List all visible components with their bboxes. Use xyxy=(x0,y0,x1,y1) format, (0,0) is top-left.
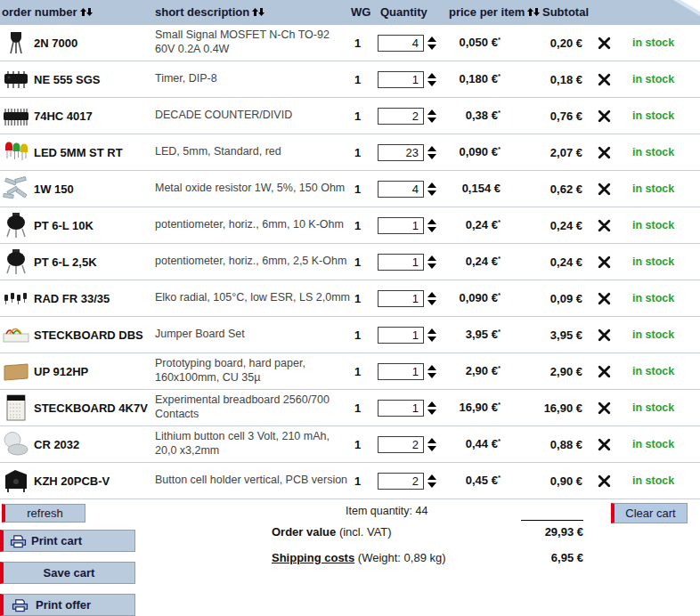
price-per-item: 0,180 €* xyxy=(442,72,501,85)
quantity-decrease-button[interactable] xyxy=(427,118,436,123)
delete-item-button[interactable] xyxy=(598,109,611,123)
quantity-spinner xyxy=(427,401,436,415)
quantity-decrease-button[interactable] xyxy=(427,336,436,342)
delete-item-button[interactable] xyxy=(598,182,611,196)
quantity-spinner xyxy=(427,219,436,232)
quantity-increase-button[interactable] xyxy=(427,36,436,42)
quantity-increase-button[interactable] xyxy=(427,474,436,480)
resistor-thumbnail-icon xyxy=(3,174,34,203)
quantity-increase-button[interactable] xyxy=(427,438,436,443)
order-number: STECKBOARD 4K7V xyxy=(34,401,155,415)
delete-item-button[interactable] xyxy=(598,328,611,342)
product-description: potentiometer, horiz., 6mm, 2,5 K-Ohm xyxy=(155,255,354,269)
quantity-input[interactable] xyxy=(378,217,424,234)
quantity-input[interactable] xyxy=(378,436,424,453)
clear-cart-button[interactable]: Clear cart xyxy=(611,503,688,523)
product-thumbnail xyxy=(0,357,34,385)
delete-cell xyxy=(582,438,625,451)
cart-table-body: 2N 7000 Small Signal MOSFET N-Ch TO-92 6… xyxy=(0,25,700,499)
quantity-input[interactable] xyxy=(378,108,424,125)
wg-value: 1 xyxy=(354,36,378,50)
column-short-description-label: short description xyxy=(155,5,249,19)
sort-order-number-icon[interactable] xyxy=(80,8,93,16)
quantity-increase-button[interactable] xyxy=(427,401,436,407)
sort-short-description-icon[interactable] xyxy=(252,8,265,16)
column-subtotal-label: Subtotal xyxy=(542,5,589,19)
sort-price-icon[interactable] xyxy=(527,8,540,16)
product-description: Timer, DIP-8 xyxy=(155,72,354,86)
delete-item-button[interactable] xyxy=(598,219,611,232)
quantity-increase-button[interactable] xyxy=(427,146,436,151)
pot-thumbnail-icon xyxy=(3,211,34,239)
quantity-cell xyxy=(378,290,442,307)
quantity-input[interactable] xyxy=(378,181,424,198)
delete-item-button[interactable] xyxy=(598,438,611,451)
delete-item-button[interactable] xyxy=(598,474,611,488)
delete-item-button[interactable] xyxy=(598,36,611,50)
quantity-decrease-button[interactable] xyxy=(427,190,436,196)
subtotal-value: 0,20 € xyxy=(501,36,582,50)
quantity-increase-button[interactable] xyxy=(427,292,436,297)
quantity-decrease-button[interactable] xyxy=(427,263,436,269)
quantity-cell xyxy=(378,71,442,88)
wg-value: 1 xyxy=(354,401,378,415)
order-number: 74HC 4017 xyxy=(34,109,155,123)
print-offer-button[interactable]: Print offer xyxy=(0,594,135,616)
quantity-input[interactable] xyxy=(378,327,424,344)
column-price-per-item-label: price per item xyxy=(449,5,525,19)
quantity-input[interactable] xyxy=(378,290,424,307)
quantity-decrease-button[interactable] xyxy=(427,227,436,232)
print-offer-button-label: Print offer xyxy=(36,598,91,612)
quantity-increase-button[interactable] xyxy=(427,365,436,370)
delete-item-button[interactable] xyxy=(598,146,611,159)
quantity-decrease-button[interactable] xyxy=(427,154,436,159)
quantity-input[interactable] xyxy=(378,363,424,380)
quantity-increase-button[interactable] xyxy=(427,73,436,78)
quantity-decrease-button[interactable] xyxy=(427,373,436,378)
delete-cell xyxy=(582,219,625,232)
price-per-item: 2,90 €* xyxy=(442,364,501,377)
quantity-decrease-button[interactable] xyxy=(427,446,436,451)
delete-item-button[interactable] xyxy=(598,401,611,415)
printer-icon xyxy=(12,598,28,612)
delete-item-button[interactable] xyxy=(598,365,611,378)
shipping-costs-link[interactable]: Shipping costs xyxy=(272,551,354,564)
quantity-cell xyxy=(378,144,442,161)
refresh-button[interactable]: refresh xyxy=(2,504,85,523)
cart-item-row: 2N 7000 Small Signal MOSFET N-Ch TO-92 6… xyxy=(0,25,700,61)
product-thumbnail xyxy=(0,28,34,57)
save-cart-button[interactable]: Save cart xyxy=(0,562,135,584)
quantity-decrease-button[interactable] xyxy=(427,409,436,415)
quantity-decrease-button[interactable] xyxy=(427,45,436,50)
quantity-input[interactable] xyxy=(378,473,424,490)
price-per-item: 0,154 € xyxy=(442,182,501,195)
quantity-decrease-button[interactable] xyxy=(427,300,436,305)
stock-status: in stock xyxy=(625,328,700,341)
quantity-increase-button[interactable] xyxy=(427,328,436,334)
quantity-input[interactable] xyxy=(378,400,424,417)
quantity-input[interactable] xyxy=(378,254,424,271)
quantity-increase-button[interactable] xyxy=(427,255,436,261)
delete-item-button[interactable] xyxy=(598,73,611,86)
cart-item-row: LED 5MM ST RT LED, 5mm, Standard, red 1 … xyxy=(0,134,700,171)
quantity-spinner xyxy=(427,255,436,269)
delete-item-button[interactable] xyxy=(598,255,611,269)
quantity-increase-button[interactable] xyxy=(427,109,436,115)
quantity-increase-button[interactable] xyxy=(427,219,436,224)
quantity-input[interactable] xyxy=(378,35,424,52)
wg-value: 1 xyxy=(354,328,378,342)
quantity-input[interactable] xyxy=(378,71,424,88)
delete-item-button[interactable] xyxy=(598,292,611,305)
quantity-spinner xyxy=(427,182,436,196)
quantity-decrease-button[interactable] xyxy=(427,482,436,488)
quantity-input[interactable] xyxy=(378,144,424,161)
wg-value: 1 xyxy=(354,474,378,488)
table-header: order number short description WG Quanti… xyxy=(0,0,700,25)
to92-thumbnail-icon xyxy=(3,28,34,57)
column-wg-label: WG xyxy=(351,5,370,19)
quantity-cell xyxy=(378,108,442,125)
quantity-decrease-button[interactable] xyxy=(427,81,436,86)
quantity-increase-button[interactable] xyxy=(427,182,436,188)
price-per-item: 0,24 €* xyxy=(442,255,501,268)
column-order-number-label: order number xyxy=(2,5,77,19)
